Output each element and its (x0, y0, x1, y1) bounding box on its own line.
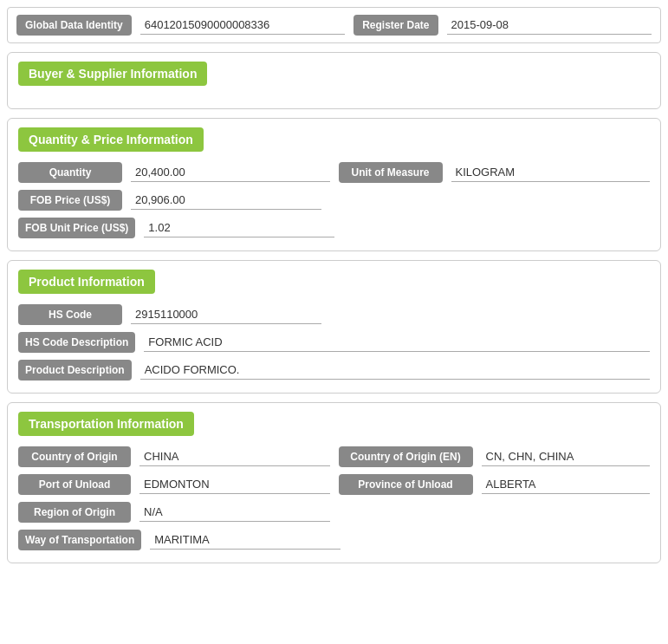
hs-desc-label: HS Code Description (18, 332, 135, 353)
prod-desc-value: ACIDO FORMICO. (140, 361, 650, 380)
port-unload-row: Port of Unload EDMONTON Province of Unlo… (18, 474, 650, 495)
hs-code-value: 2915110000 (131, 305, 321, 324)
region-origin-row: Region of Origin N/A (18, 502, 650, 523)
fob-price-label: FOB Price (US$) (18, 190, 122, 211)
product-header: Product Information (18, 270, 155, 294)
way-transport-label: Way of Transportation (18, 530, 141, 550)
hs-code-row: HS Code 2915110000 (18, 304, 650, 325)
qty-price-section: Quantity & Price Information Quantity 20… (7, 118, 661, 251)
way-transport-value: MARITIMA (150, 530, 340, 550)
port-unload-value: EDMONTON (139, 475, 330, 494)
way-transport-row: Way of Transportation MARITIMA (18, 530, 650, 550)
hs-desc-value: FORMIC ACID (144, 333, 650, 352)
province-unload-value: ALBERTA (482, 475, 651, 494)
quantity-label: Quantity (18, 162, 122, 183)
country-origin-row: Country of Origin CHINA Country of Origi… (18, 446, 650, 467)
fob-unit-label: FOB Unit Price (US$) (18, 218, 135, 238)
quantity-value: 20,400.00 (131, 163, 330, 182)
product-section: Product Information HS Code 2915110000 H… (7, 260, 661, 394)
hs-desc-row: HS Code Description FORMIC ACID (18, 332, 650, 353)
uom-value: KILOGRAM (451, 163, 651, 182)
quantity-row: Quantity 20,400.00 Unit of Measure KILOG… (18, 162, 650, 183)
gdi-label: Global Data Identity (16, 15, 132, 36)
reg-date-label: Register Date (353, 15, 438, 36)
fob-price-row: FOB Price (US$) 20,906.00 (18, 190, 650, 211)
region-origin-label: Region of Origin (18, 502, 131, 523)
region-origin-value: N/A (139, 503, 330, 522)
prod-desc-row: Product Description ACIDO FORMICO. (18, 360, 650, 381)
identity-row: Global Data Identity 6401201509000000833… (7, 7, 661, 43)
hs-code-label: HS Code (18, 304, 122, 325)
country-origin-en-value: CN, CHN, CHINA (482, 447, 651, 466)
province-unload-label: Province of Unload (339, 474, 473, 495)
fob-price-value: 20,906.00 (131, 191, 321, 210)
transportation-header: Transportation Information (18, 412, 194, 436)
gdi-value: 64012015090000008336 (140, 16, 345, 35)
buyer-supplier-header: Buyer & Supplier Information (18, 62, 207, 86)
prod-desc-label: Product Description (18, 360, 132, 381)
buyer-supplier-section: Buyer & Supplier Information (7, 52, 661, 109)
country-origin-en-label: Country of Origin (EN) (339, 446, 473, 467)
uom-label: Unit of Measure (339, 162, 443, 183)
reg-date-value: 2015-09-08 (447, 16, 652, 35)
fob-unit-value: 1.02 (144, 218, 334, 237)
port-unload-label: Port of Unload (18, 474, 131, 495)
country-origin-label: Country of Origin (18, 446, 131, 467)
transportation-section: Transportation Information Country of Or… (7, 402, 661, 563)
qty-price-header: Quantity & Price Information (18, 127, 204, 152)
fob-unit-row: FOB Unit Price (US$) 1.02 (18, 218, 650, 238)
country-origin-value: CHINA (139, 447, 330, 466)
